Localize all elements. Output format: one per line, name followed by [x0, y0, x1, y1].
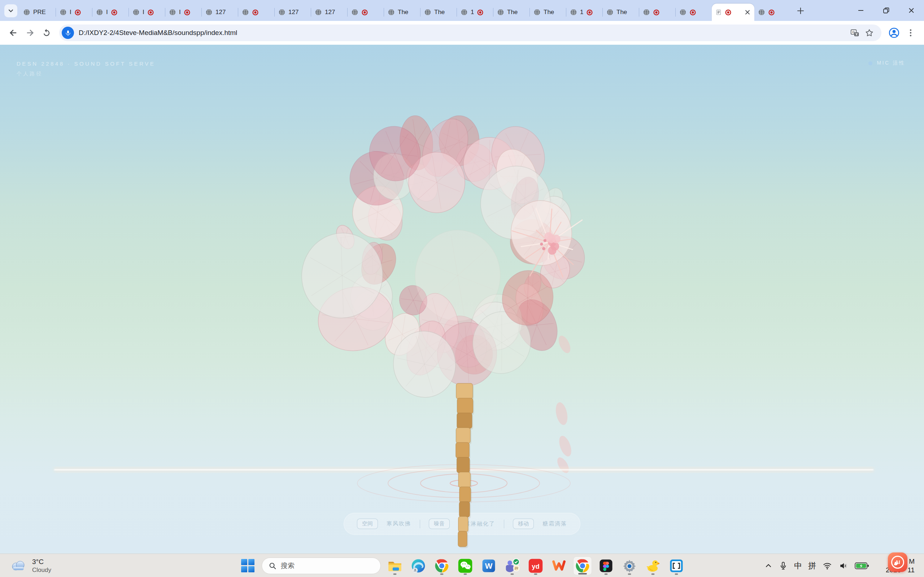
- chevron-down-icon: [7, 7, 15, 15]
- tab-label: 127: [325, 9, 335, 16]
- weather-temperature: 3°C: [32, 558, 51, 566]
- ime-pinyin-indicator[interactable]: 拼: [808, 561, 816, 571]
- taskbar-app-cyberduck[interactable]: [643, 556, 662, 575]
- tray-microphone-icon[interactable]: [779, 561, 788, 571]
- tab-label: PRE: [33, 9, 46, 16]
- cyberduck-icon: [645, 558, 661, 574]
- browser-tab[interactable]: 1: [457, 3, 493, 21]
- taskbar-app-wechat[interactable]: [456, 556, 475, 575]
- taskbar-app-youdao[interactable]: yd: [526, 556, 545, 575]
- browser-tab[interactable]: 127: [275, 3, 311, 21]
- ai-speech-bubble-icon: AI: [891, 556, 904, 569]
- tray-chevron-up-icon[interactable]: [764, 562, 772, 570]
- browser-tab[interactable]: The: [530, 3, 566, 21]
- legend-key-1: 噪音: [429, 519, 450, 529]
- taskbar-app-edge[interactable]: [409, 556, 428, 575]
- ime-language-indicator[interactable]: 中: [794, 561, 802, 571]
- forward-button[interactable]: [22, 24, 38, 41]
- cloud-icon: [10, 559, 27, 572]
- globe-favicon-icon: [606, 9, 614, 16]
- taskbar-app-settings[interactable]: [620, 556, 639, 575]
- search-input[interactable]: [281, 562, 367, 570]
- recording-indicator-icon: [690, 9, 696, 16]
- minimize-button[interactable]: [848, 0, 874, 21]
- bookmark-button[interactable]: [862, 26, 876, 40]
- system-tray: 中 拼: [764, 554, 869, 577]
- globe-favicon-icon: [169, 9, 176, 16]
- back-button[interactable]: [5, 24, 22, 41]
- translate-button[interactable]: G: [848, 26, 862, 40]
- browser-tab[interactable]: [238, 3, 274, 21]
- browser-tab[interactable]: [347, 3, 384, 21]
- taskbar-app-figma[interactable]: [597, 556, 615, 575]
- volume-icon[interactable]: [838, 561, 848, 571]
- restore-button[interactable]: [874, 0, 899, 21]
- profile-button[interactable]: [886, 24, 902, 41]
- legend-action-0: 寒风吹拂: [386, 521, 411, 527]
- browser-tab[interactable]: 127: [202, 3, 238, 21]
- url-text[interactable]: D:/IXDY2-2/4Steve-MediaM&B/soundspp/inde…: [79, 29, 848, 37]
- tab-search-button[interactable]: [4, 4, 17, 17]
- file-explorer-icon: [387, 559, 402, 573]
- clock-time-end: M: [909, 557, 914, 566]
- browser-tab[interactable]: [754, 3, 790, 21]
- taskbar-weather-widget[interactable]: 3°C Cloudy: [10, 554, 51, 577]
- reload-button[interactable]: [38, 24, 55, 41]
- browser-tab[interactable]: 127: [311, 3, 347, 21]
- page-title-line1: DESN 22848 · SOUND SOFT SERVE: [16, 61, 155, 67]
- start-button[interactable]: [238, 556, 257, 575]
- browser-tab[interactable]: [676, 3, 712, 21]
- legend-separator: [420, 520, 420, 528]
- browser-tab[interactable]: I: [92, 3, 129, 21]
- battery-charging-icon[interactable]: [855, 562, 869, 570]
- profile-icon: [888, 27, 900, 39]
- chrome-icon: [575, 558, 590, 574]
- microphone-in-use-icon[interactable]: [62, 27, 74, 39]
- globe-favicon-icon: [679, 9, 687, 16]
- browser-tab[interactable]: I: [56, 3, 92, 21]
- legend-separator: [504, 520, 504, 528]
- taskbar-app-word[interactable]: W: [479, 556, 498, 575]
- web-page: DESN 22848 · SOUND SOFT SERVE 个人路径 MIC 活…: [0, 45, 924, 554]
- browser-tab[interactable]: The: [420, 3, 457, 21]
- ai-assistant-button[interactable]: AI: [888, 553, 908, 572]
- running-indicator: [675, 574, 678, 575]
- taskbar-app-wps[interactable]: [550, 556, 569, 575]
- wifi-icon[interactable]: [822, 561, 832, 571]
- minimize-icon: [857, 6, 865, 15]
- browser-tab[interactable]: I: [129, 3, 165, 21]
- tab-label: 1: [471, 9, 474, 16]
- running-indicator: [440, 574, 444, 575]
- running-indicator: [578, 573, 587, 574]
- restore-icon: [882, 6, 890, 15]
- taskbar-app-chrome[interactable]: [432, 556, 451, 575]
- taskbar-app-brackets[interactable]: [667, 556, 686, 575]
- browser-tab-active[interactable]: [712, 3, 754, 21]
- browser-tab[interactable]: I: [165, 3, 201, 21]
- browser-tab[interactable]: 1: [566, 3, 603, 21]
- taskbar-app-file-explorer[interactable]: [386, 556, 404, 575]
- browser-tab[interactable]: The: [603, 3, 639, 21]
- menu-button[interactable]: [902, 24, 919, 41]
- browser-tab[interactable]: PRE: [19, 3, 56, 21]
- globe-favicon-icon: [424, 9, 431, 16]
- figma-icon: [599, 559, 613, 573]
- tab-close-icon[interactable]: [744, 9, 751, 16]
- close-window-button[interactable]: [899, 0, 924, 21]
- close-icon: [908, 6, 915, 15]
- browser-tab[interactable]: The: [493, 3, 530, 21]
- globe-favicon-icon: [388, 9, 395, 16]
- browser-tab[interactable]: The: [384, 3, 420, 21]
- taskbar-app-chrome-active[interactable]: [573, 556, 592, 575]
- new-tab-button[interactable]: [794, 4, 807, 17]
- browser-tab[interactable]: [639, 3, 675, 21]
- taskbar-search-box[interactable]: [262, 558, 381, 574]
- tab-label: The: [544, 9, 554, 16]
- mic-status-label: MIC 活性: [877, 60, 905, 66]
- tab-label: 127: [288, 9, 299, 16]
- brackets-icon: [669, 559, 683, 573]
- taskbar-app-teams[interactable]: JY: [503, 556, 522, 575]
- running-indicator: [604, 574, 608, 575]
- tab-label: The: [434, 9, 445, 16]
- address-bar[interactable]: D:/IXDY2-2/4Steve-MediaM&B/soundspp/inde…: [59, 24, 881, 41]
